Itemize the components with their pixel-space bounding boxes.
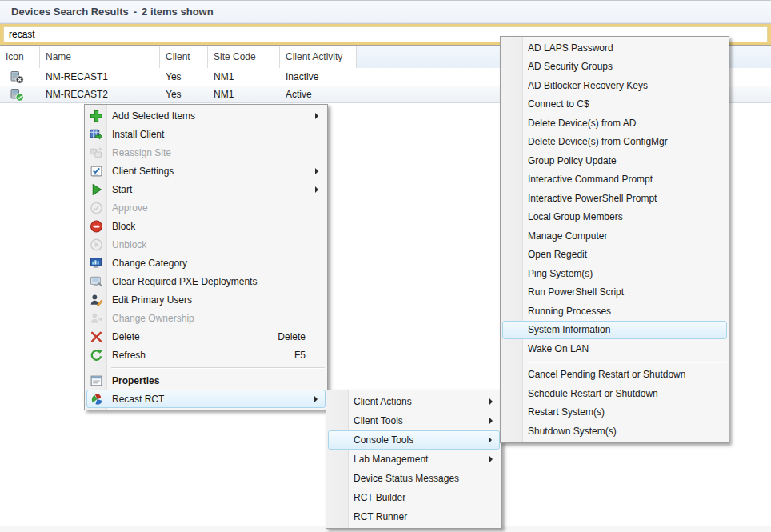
- menu-item-local-group-members[interactable]: Local Group Members: [502, 208, 727, 227]
- menu-item-interactive-powershell-prompt[interactable]: Interactive PowerShell Prompt: [502, 189, 727, 208]
- menu-item-label: Recast RCT: [112, 394, 164, 405]
- title-separator: -: [134, 6, 137, 18]
- menu-item-interactive-command-prompt[interactable]: Interactive Command Prompt: [502, 170, 727, 190]
- shortcut-label: Delete: [278, 331, 306, 342]
- menu-item-label: Group Policy Update: [528, 155, 617, 166]
- menu-item-ad-laps-password[interactable]: AD LAPS Password: [502, 38, 727, 58]
- menu-item-wake-on-lan[interactable]: Wake On LAN: [502, 339, 727, 358]
- menu-item-client-actions[interactable]: Client Actions: [328, 392, 500, 411]
- menu-item-block[interactable]: Block: [86, 217, 326, 235]
- menu-item-connect-to-c[interactable]: Connect to C$: [502, 95, 727, 114]
- context-menu: Add Selected ItemsInstall ClientReassign…: [84, 104, 328, 410]
- cell-name: NM-RECAST1: [40, 68, 160, 86]
- add-icon: [90, 109, 103, 122]
- menu-item-client-settings[interactable]: Client Settings: [86, 162, 326, 180]
- change-category-icon: [90, 256, 103, 270]
- cell-client: Yes: [160, 68, 208, 86]
- menu-item-add-selected-items[interactable]: Add Selected Items: [86, 106, 326, 125]
- menu-item-label: Delete Device(s) from ConfigMgr: [528, 136, 668, 147]
- menu-item-delete-device-s-from-ad[interactable]: Delete Device(s) from AD: [502, 114, 727, 133]
- menu-item-system-information[interactable]: System Information: [502, 321, 727, 340]
- menu-separator: [111, 364, 325, 371]
- shortcut-label: F5: [294, 350, 306, 361]
- properties-icon: [90, 374, 103, 387]
- menu-item-device-status-messages[interactable]: Device Status Messages: [328, 469, 500, 488]
- refresh-icon: [90, 348, 103, 362]
- recast-rct-submenu: Client ActionsClient ToolsConsole ToolsL…: [326, 390, 502, 529]
- submenu-arrow-icon: [489, 456, 493, 462]
- column-header-site-code[interactable]: Site Code: [208, 46, 280, 68]
- menu-item-label: AD Security Groups: [528, 61, 613, 72]
- column-header-client[interactable]: Client: [160, 46, 208, 68]
- menu-item-label: AD Bitlocker Recovery Keys: [528, 80, 648, 91]
- menu-item-rct-runner[interactable]: RCT Runner: [328, 507, 500, 526]
- menu-item-delete[interactable]: DeleteDelete: [86, 327, 326, 346]
- menu-item-label: Unblock: [112, 239, 146, 250]
- install-client-icon: [90, 127, 103, 141]
- menu-item-label: Change Category: [112, 258, 187, 269]
- menu-item-label: RCT Builder: [354, 492, 405, 503]
- menu-item-unblock: Unblock: [86, 235, 326, 254]
- menu-item-schedule-restart-or-shutdown[interactable]: Schedule Restart or Shutdown: [502, 384, 727, 403]
- menu-item-label: System Information: [528, 324, 610, 335]
- menu-item-label: Block: [112, 221, 135, 232]
- menu-item-install-client[interactable]: Install Client: [86, 125, 326, 143]
- approve-icon: [90, 201, 103, 214]
- menu-item-shutdown-system-s[interactable]: Shutdown System(s): [502, 422, 727, 441]
- device-active-icon: [10, 88, 24, 102]
- menu-item-label: AD LAPS Password: [528, 42, 613, 54]
- submenu-arrow-icon: [489, 437, 492, 443]
- menu-item-running-processes[interactable]: Running Processes: [502, 302, 727, 321]
- menu-item-rct-builder[interactable]: RCT Builder: [328, 488, 500, 507]
- change-ownership-icon: [90, 311, 103, 325]
- menu-item-run-powershell-script[interactable]: Run PowerShell Script: [502, 283, 727, 302]
- menu-item-manage-computer[interactable]: Manage Computer: [502, 226, 727, 246]
- menu-item-open-regedit[interactable]: Open Regedit: [502, 246, 727, 265]
- console-tools-submenu: AD LAPS PasswordAD Security GroupsAD Bit…: [500, 36, 729, 443]
- menu-item-delete-device-s-from-configmgr[interactable]: Delete Device(s) from ConfigMgr: [502, 133, 727, 152]
- menu-item-label: Client Tools: [354, 415, 403, 426]
- menu-item-start[interactable]: Start: [86, 180, 326, 198]
- menu-item-ad-bitlocker-recovery-keys[interactable]: AD Bitlocker Recovery Keys: [502, 76, 727, 95]
- devices-search-results-pane: Devices Search Results - 2 items shown I…: [0, 0, 771, 532]
- column-header-icon[interactable]: Icon: [0, 46, 40, 68]
- submenu-arrow-icon: [314, 396, 318, 402]
- menu-item-label: Running Processes: [528, 306, 611, 317]
- column-header-name[interactable]: Name: [40, 46, 160, 68]
- menu-item-label: Open Regedit: [528, 249, 587, 260]
- menu-item-restart-system-s[interactable]: Restart System(s): [502, 403, 727, 422]
- unblock-icon: [90, 238, 103, 251]
- menu-item-console-tools[interactable]: Console Tools: [328, 430, 500, 450]
- menu-item-ping-system-s[interactable]: Ping System(s): [502, 264, 727, 283]
- client-settings-icon: [90, 164, 103, 178]
- menu-item-change-category[interactable]: Change Category: [86, 254, 326, 272]
- menu-item-label: Interactive PowerShell Prompt: [528, 193, 657, 204]
- menu-item-edit-primary-users[interactable]: Edit Primary Users: [86, 290, 326, 309]
- items-shown-count: 2 items shown: [142, 6, 214, 18]
- menu-item-clear-required-pxe-deployments[interactable]: Clear Required PXE Deployments: [86, 272, 326, 290]
- menu-item-refresh[interactable]: RefreshF5: [86, 346, 326, 364]
- cell-client-activity: Inactive: [280, 68, 357, 86]
- menu-item-label: Start: [112, 184, 132, 195]
- submenu-arrow-icon: [489, 418, 493, 424]
- menu-item-label: Interactive Command Prompt: [528, 174, 653, 185]
- menu-item-ad-security-groups[interactable]: AD Security Groups: [502, 58, 727, 77]
- delete-icon: [90, 330, 103, 343]
- menu-item-lab-management[interactable]: Lab Management: [328, 450, 500, 469]
- cell-name: NM-RECAST2: [40, 86, 160, 102]
- menu-item-label: Local Group Members: [528, 211, 623, 222]
- menu-item-recast-rct[interactable]: Recast RCT: [86, 390, 326, 408]
- menu-item-label: Device Status Messages: [354, 473, 459, 484]
- menu-item-client-tools[interactable]: Client Tools: [328, 411, 500, 430]
- cell-icon: [0, 86, 40, 102]
- column-header-client-activity[interactable]: Client Activity: [280, 46, 357, 68]
- menu-item-properties[interactable]: Properties: [86, 371, 326, 390]
- cell-client: Yes: [160, 86, 208, 102]
- menu-item-cancel-pending-restart-or-shutdown[interactable]: Cancel Pending Restart or Shutdown: [502, 366, 727, 385]
- menu-item-label: Clear Required PXE Deployments: [112, 276, 257, 287]
- start-icon: [90, 182, 103, 196]
- pane-header: Devices Search Results - 2 items shown: [0, 1, 771, 23]
- menu-item-group-policy-update[interactable]: Group Policy Update: [502, 151, 727, 170]
- menu-item-label: Shutdown System(s): [528, 426, 617, 437]
- menu-item-label: RCT Runner: [354, 511, 407, 522]
